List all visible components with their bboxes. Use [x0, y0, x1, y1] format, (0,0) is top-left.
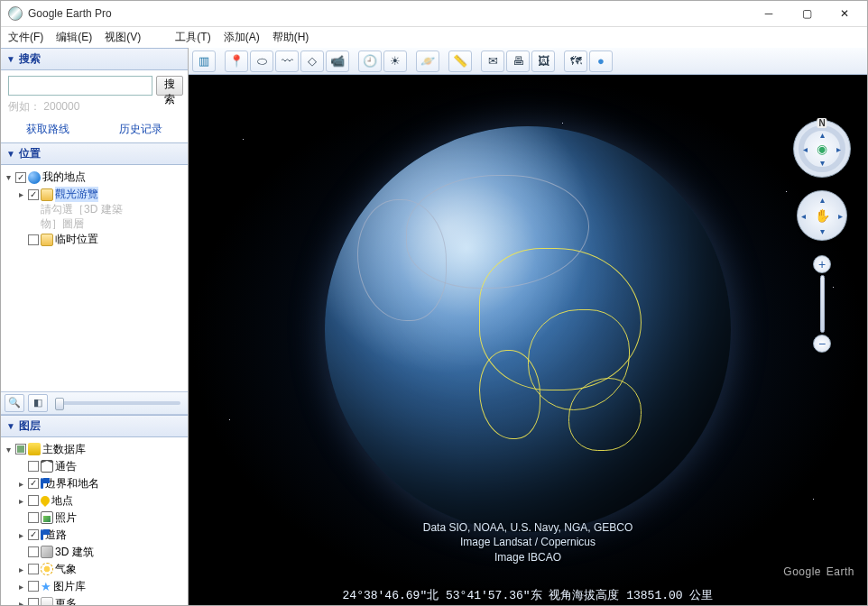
app-icon — [8, 6, 23, 21]
places-tree[interactable]: ▾ 我的地点 ▸ 觀光游覽 請勾選［3D 建築物］圖層 — [1, 165, 188, 391]
opacity-slider[interactable] — [55, 401, 180, 405]
layer-photos[interactable]: 照片 — [55, 510, 77, 526]
look-left-arrow[interactable]: ◂ — [803, 144, 808, 154]
tour-item[interactable]: 觀光游覽 — [55, 187, 98, 202]
compass-control[interactable]: N ◉ ▴ ▾ ◂ ▸ — [793, 120, 851, 178]
print-button[interactable]: 🖶 — [506, 50, 530, 72]
layer-3d[interactable]: 3D 建筑 — [55, 545, 94, 560]
expand-toggle[interactable]: ▸ — [15, 496, 26, 506]
menu-view[interactable]: 视图(V) — [105, 30, 141, 45]
checkbox[interactable] — [28, 581, 39, 592]
sidebar: ▼ 搜索 搜索 例如： 200000 获取路线 历史记录 ▼ 位置 ▾ — [1, 48, 189, 605]
close-button[interactable]: ✕ — [826, 1, 863, 26]
places-search-icon[interactable]: 🔍 — [5, 394, 24, 412]
expand-toggle[interactable]: ▾ — [3, 445, 14, 454]
collapse-icon: ▼ — [6, 54, 15, 64]
view-in-maps-button[interactable]: 🗺 — [564, 50, 587, 72]
menu-file[interactable]: 文件(F) — [8, 30, 43, 45]
checkbox[interactable] — [28, 546, 39, 557]
look-down-arrow[interactable]: ▾ — [820, 158, 825, 168]
globe[interactable] — [325, 126, 731, 532]
expand-toggle[interactable]: ▾ — [3, 172, 14, 182]
layer-borders[interactable]: 边界和地名 — [45, 476, 99, 491]
expand-toggle[interactable]: ▸ — [15, 530, 26, 540]
maximize-button[interactable]: ▢ — [788, 1, 826, 26]
checkbox[interactable] — [28, 529, 39, 540]
checkbox[interactable] — [28, 512, 39, 523]
google-earth-logo: Google Earth — [783, 560, 854, 580]
pan-control[interactable]: ✋ ▴ ▾ ◂ ▸ — [797, 190, 847, 241]
search-button[interactable]: 搜索 — [156, 76, 183, 96]
toggle-sidebar-button[interactable]: ▥ — [192, 50, 216, 72]
places-pane-icon[interactable]: ◧ — [28, 394, 48, 412]
search-panel-header[interactable]: ▼ 搜索 — [1, 48, 188, 70]
add-overlay-button[interactable]: ◇ — [300, 50, 324, 72]
layer-more[interactable]: 更多 — [55, 596, 77, 605]
menubar: 文件(F) 编辑(E) 视图(V) 工具(T) 添加(A) 帮助(H) — [1, 26, 867, 48]
expand-toggle[interactable]: ▸ — [15, 479, 26, 489]
checkbox[interactable] — [28, 598, 39, 605]
layer-db[interactable]: 主数据库 — [42, 442, 86, 457]
checkbox[interactable] — [28, 478, 39, 489]
zoom-in-button[interactable]: + — [813, 255, 831, 273]
search-input[interactable] — [8, 76, 152, 96]
temp-places-label[interactable]: 临时位置 — [55, 232, 98, 247]
checkbox[interactable] — [28, 189, 39, 200]
space-background[interactable]: Data SIO, NOAA, U.S. Navy, NGA, GEBCO Im… — [189, 75, 867, 605]
pan-left-arrow[interactable]: ◂ — [801, 211, 806, 221]
ruler-button[interactable]: 📏 — [448, 50, 472, 72]
menu-add[interactable]: 添加(A) — [224, 30, 260, 45]
zoom-slider[interactable] — [820, 275, 825, 333]
checkbox[interactable] — [28, 234, 39, 245]
planet-button[interactable]: 🪐 — [416, 50, 439, 72]
collapse-icon: ▼ — [6, 149, 15, 159]
flag-icon — [41, 529, 43, 540]
look-up-arrow[interactable]: ▴ — [820, 130, 825, 140]
record-tour-button[interactable]: 📹 — [326, 50, 349, 72]
add-path-button[interactable]: 〰 — [275, 50, 299, 72]
pan-right-arrow[interactable]: ▸ — [838, 211, 843, 221]
directions-link[interactable]: 获取路线 — [26, 122, 69, 137]
checkbox[interactable] — [28, 564, 39, 574]
layers-panel-header[interactable]: ▼ 图层 — [1, 415, 188, 437]
history-link[interactable]: 历史记录 — [119, 122, 162, 137]
look-right-arrow[interactable]: ▸ — [836, 144, 841, 154]
history-button[interactable]: 🕘 — [358, 50, 382, 72]
checkbox[interactable] — [28, 461, 39, 472]
north-label: N — [817, 118, 826, 128]
checkbox[interactable] — [28, 495, 39, 506]
titlebar: Google Earth Pro ─ ▢ ✕ — [1, 1, 867, 26]
folder-icon — [41, 234, 53, 246]
menu-edit[interactable]: 编辑(E) — [56, 30, 92, 45]
minimize-button[interactable]: ─ — [750, 1, 788, 26]
expand-toggle[interactable]: ▸ — [15, 582, 26, 592]
more-icon — [41, 597, 53, 605]
pan-down-arrow[interactable]: ▾ — [820, 226, 825, 236]
menu-tools[interactable]: 工具(T) — [175, 30, 210, 45]
zoom-out-button[interactable]: − — [813, 335, 831, 353]
layer-weather[interactable]: 气象 — [55, 562, 77, 577]
layers-tree[interactable]: ▾ 主数据库 通告 ▸边界和地名 ▸地点 照片 ▸道路 3D 建筑 ▸气象 ▸★… — [1, 437, 188, 605]
pin-icon — [39, 494, 51, 507]
add-placemark-button[interactable]: 📍 — [225, 50, 248, 72]
save-image-button[interactable]: 🖼 — [531, 50, 555, 72]
expand-toggle[interactable]: ▸ — [15, 189, 26, 199]
checkbox[interactable] — [15, 172, 26, 183]
menu-help[interactable]: 帮助(H) — [272, 30, 309, 45]
email-button[interactable]: ✉ — [481, 50, 504, 72]
search-header-label: 搜索 — [19, 51, 41, 67]
add-polygon-button[interactable]: ⬭ — [250, 50, 273, 72]
layer-places[interactable]: 地点 — [51, 493, 73, 509]
expand-toggle[interactable]: ▸ — [15, 565, 26, 574]
sphere-button[interactable]: ● — [589, 50, 613, 72]
checkbox[interactable] — [15, 444, 26, 454]
my-places-label[interactable]: 我的地点 — [42, 170, 86, 185]
layer-announcements[interactable]: 通告 — [55, 459, 77, 474]
pan-up-arrow[interactable]: ▴ — [820, 195, 825, 205]
places-panel-header[interactable]: ▼ 位置 — [1, 142, 188, 165]
expand-toggle[interactable]: ▸ — [15, 599, 26, 605]
layer-gallery[interactable]: 图片库 — [53, 579, 86, 594]
globe-viewer[interactable]: ▥ 📍 ⬭ 〰 ◇ 📹 🕘 ☀ 🪐 📏 ✉ 🖶 🖼 🗺 ● — [189, 48, 867, 605]
folder-icon — [41, 188, 53, 201]
sunlight-button[interactable]: ☀ — [383, 50, 407, 72]
